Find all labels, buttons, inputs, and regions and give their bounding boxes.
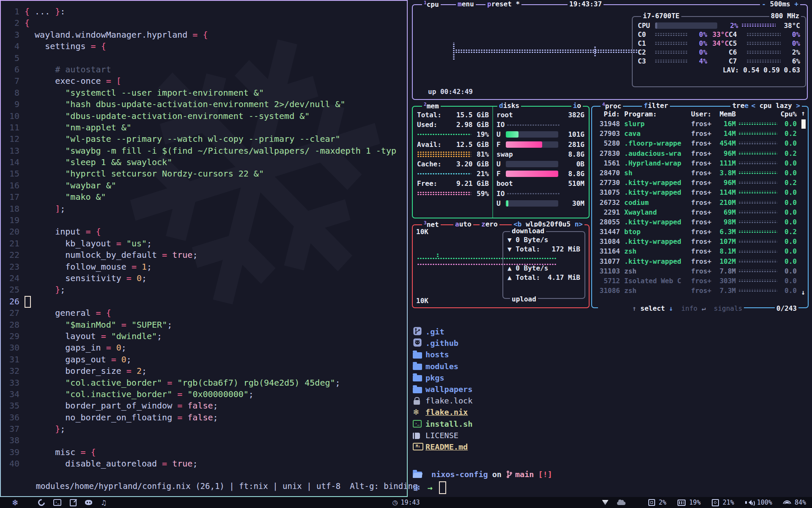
editor-code-area[interactable]: 1{ ... }:2{3 wayland.windowManager.hyprl…	[1, 6, 407, 470]
file-row[interactable]: M↓README.md	[413, 441, 807, 453]
proc-row[interactable]: 31084.kitty-wrappedfros+107M0.0	[596, 237, 797, 246]
code-line[interactable]: 27 general = {	[1, 307, 407, 319]
module-chip[interactable]: 2%	[648, 499, 667, 506]
proc-footer-keys[interactable]: ↑ select ↓ info ↵ signals	[598, 296, 744, 312]
code-line[interactable]: 34 "col.inactive_border" = "0x00000000";	[1, 389, 407, 400]
code-line[interactable]: 11 "nm-applet &"	[1, 122, 407, 133]
code-line[interactable]: 37 };	[1, 423, 407, 435]
proc-row[interactable]: 31164zshfros+8.1M0.0	[596, 246, 797, 256]
code-line[interactable]: 20 input = {	[1, 226, 407, 237]
module-volume[interactable]: 100%	[745, 499, 772, 506]
update-interval-control[interactable]: - 500ms +	[760, 0, 800, 8]
code-line[interactable]: 32 border_size = 2;	[1, 365, 407, 377]
proc-row[interactable]: 31075.kitty-wrappedfros+114M0.0	[596, 188, 797, 197]
proc-row[interactable]: 31447btopfros+6.3M0.2	[596, 227, 797, 237]
code-line[interactable]: 5	[1, 52, 407, 64]
terminal-window[interactable]: .git.githubhostsmodulespkgswallpapersfla…	[408, 312, 812, 497]
file-row[interactable]: .git	[413, 326, 807, 337]
cpu-box-title[interactable]: 1cpu	[422, 0, 441, 8]
proc-row[interactable]: 31948slurpfros+16M0.0	[596, 119, 797, 129]
proc-row[interactable]: 27903cavafros+14M0.2	[596, 129, 797, 138]
proc-row[interactable]: 31103zshfros+7.8M0.0	[596, 266, 797, 276]
proc-row[interactable]: 2291Xwaylandfros+69M0.0	[596, 207, 797, 217]
code-line[interactable]: 33 "col.active_border" = "rgb(cba6f7) rg…	[1, 377, 407, 389]
file-row[interactable]: .github	[413, 337, 807, 349]
proc-row[interactable]: 31077.kitty-wrappedfros+102M0.0	[596, 257, 797, 266]
code-line[interactable]: 22 numlock_by_default = true;	[1, 249, 407, 261]
app-terminal-icon[interactable]: ›_	[53, 499, 61, 506]
code-line[interactable]: 7 exec-once = [	[1, 75, 407, 87]
proc-row[interactable]: 5712Isolated Web Cfros+303M0.0	[596, 276, 797, 286]
proc-row[interactable]: 5280.floorp-wrappefros+454M0.0	[596, 138, 797, 148]
prompt-input-line[interactable]: ❄ →	[408, 482, 807, 494]
code-line[interactable]: 35 border_part_of_window = false;	[1, 400, 407, 411]
code-line[interactable]: 39 misc = {	[1, 447, 407, 458]
code-line[interactable]: 38	[1, 435, 407, 446]
module-wifi[interactable]: 84%	[783, 499, 806, 506]
code-line[interactable]: 29 layout = "dwindle";	[1, 331, 407, 342]
code-line[interactable]: 1{ ... }:	[1, 6, 407, 17]
code-line[interactable]: 25 };	[1, 284, 407, 295]
file-row[interactable]: flake.lock	[413, 395, 807, 406]
code-line[interactable]: 28 "$mainMod" = "SUPER";	[1, 319, 407, 331]
proc-scroll-down-icon[interactable]: ↓	[801, 288, 805, 296]
wifi-tray-icon[interactable]	[602, 500, 609, 505]
proc-row[interactable]: 31086zshfros+7.3M0.0	[596, 286, 797, 295]
net-auto-toggle[interactable]: auto	[453, 220, 473, 228]
code-line[interactable]: 21 kb_layout = "us";	[1, 238, 407, 249]
file-row[interactable]: ›_install.sh	[413, 418, 807, 430]
code-line[interactable]: 8 "systemctl --user import-environment &…	[1, 87, 407, 99]
code-line[interactable]: 10 "dbus-update-activation-environment -…	[1, 110, 407, 122]
file-row[interactable]: wallpapers	[413, 384, 807, 395]
code-line[interactable]: 24 sensitivity = 0;	[1, 273, 407, 284]
proc-row[interactable]: 26732codiumfros+210M0.0	[596, 198, 797, 207]
code-line[interactable]: 30 gaps_in = 0;	[1, 342, 407, 353]
editor-window[interactable]: 1{ ... }:2{3 wayland.windowManager.hyprl…	[0, 0, 408, 497]
code-line[interactable]: 31 gaps_out = 0;	[1, 354, 407, 365]
code-line[interactable]: 9 "hash dbus-update-activation-environme…	[1, 99, 407, 110]
code-line[interactable]: 4 settings = {	[1, 41, 407, 52]
proc-row[interactable]: 27730.kitty-wrappedfros+96M0.2	[596, 178, 797, 188]
proc-scrollbar[interactable]	[801, 119, 806, 129]
net-zero-toggle[interactable]: zero	[480, 220, 499, 228]
code-line[interactable]: 13 "swaybg -m fill -i $(find ~/Pictures/…	[1, 145, 407, 157]
nixos-menu-icon[interactable]: ❄	[12, 499, 19, 507]
file-row[interactable]: ❄flake.nix	[413, 406, 807, 418]
code-line[interactable]: 6 # autostart	[1, 64, 407, 75]
module-ram[interactable]: 19%	[678, 499, 701, 506]
code-line[interactable]: 16 "waybar &"	[1, 180, 407, 191]
disks-io-toggle[interactable]: io	[571, 102, 583, 110]
code-line[interactable]: 15 "hyprctl setcursor Nordzy-cursors 22 …	[1, 168, 407, 179]
proc-row[interactable]: 28470shfros+3.8M0.0	[596, 168, 797, 178]
proc-filter-button[interactable]: filter	[642, 102, 670, 110]
app-browser-icon[interactable]	[37, 498, 47, 508]
mem-box-title[interactable]: 2mem	[422, 102, 441, 110]
app-discord-icon[interactable]	[85, 500, 92, 505]
code-line[interactable]: 36 no_border_on_floating = false;	[1, 412, 407, 423]
code-line[interactable]: 19	[1, 215, 407, 226]
code-line[interactable]: 12 "wl-paste --primary --watch wl-copy -…	[1, 133, 407, 145]
file-row[interactable]: pkgs	[413, 372, 807, 384]
app-music-icon[interactable]: ♫	[101, 499, 107, 507]
cloud-icon[interactable]	[617, 502, 625, 505]
file-row[interactable]: hosts	[413, 349, 807, 360]
disks-title[interactable]: disks	[497, 102, 521, 110]
code-line[interactable]: 26	[1, 296, 407, 307]
menu-button[interactable]: menu	[456, 0, 476, 8]
file-row[interactable]: modules	[413, 361, 807, 372]
bar-clock[interactable]: ◷ 19:43	[392, 499, 420, 506]
file-row[interactable]: LICENSE	[413, 430, 807, 441]
proc-header-row[interactable]: Pid: Program: User: MemB Cpu%	[596, 109, 797, 119]
code-line[interactable]: 3 wayland.windowManager.hyprland = {	[1, 29, 407, 41]
proc-row[interactable]: 27830.audacious-wrafros+96M0.2	[596, 149, 797, 158]
code-line[interactable]: 18 ];	[1, 203, 407, 215]
code-line[interactable]: 17 "mako &"	[1, 191, 407, 203]
proc-sort-control[interactable]: < cpu lazy >	[749, 102, 802, 110]
code-line[interactable]: 2{	[1, 17, 407, 29]
module-hdd[interactable]: 21%	[712, 499, 734, 506]
app-notes-icon[interactable]	[70, 499, 77, 506]
proc-scroll-up-icon[interactable]: ↑	[801, 109, 805, 117]
preset-button[interactable]: preset *	[486, 0, 521, 8]
code-line[interactable]: 23 follow_mouse = 1;	[1, 261, 407, 273]
code-line[interactable]: 14 "sleep 1 && swaylock"	[1, 157, 407, 168]
